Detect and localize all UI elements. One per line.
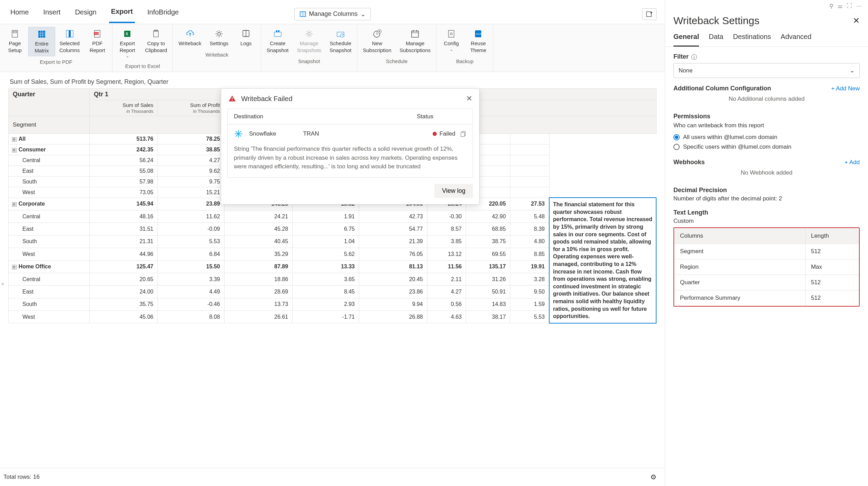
group-writeback-label: Writeback — [173, 50, 261, 60]
svg-point-26 — [308, 32, 310, 35]
more-icon[interactable]: ⋯ — [856, 3, 862, 9]
sp-tab-data[interactable]: Data — [709, 33, 723, 47]
permissions-label: Permissions — [673, 113, 860, 120]
add-new-link[interactable]: + Add New — [831, 85, 860, 92]
filter-icon[interactable]: ⚌ — [838, 3, 842, 9]
collapse-icon[interactable]: ⊟ — [12, 202, 17, 207]
gear-icon — [215, 29, 224, 38]
export-report-button[interactable]: XExport Report⌄ — [114, 27, 141, 60]
sp-tab-advanced[interactable]: Advanced — [781, 33, 811, 47]
page-setup-button[interactable]: Page Setup — [1, 27, 28, 56]
panel-plus-icon — [646, 11, 653, 18]
footer-settings-icon[interactable]: ⚙ — [650, 473, 661, 481]
add-panel-button[interactable] — [642, 8, 657, 20]
tab-home[interactable]: Home — [8, 6, 31, 22]
performance-summary-cell[interactable]: The financial statement for this quarter… — [549, 198, 656, 323]
writeback-settings-panel: ⚲ ⚌ ⛶ ⋯ Writeback Settings ✕ General Dat… — [665, 0, 868, 486]
col-status: Status — [411, 109, 473, 124]
selected-columns-button[interactable]: Selected Columns — [55, 27, 84, 56]
clipboard-icon — [151, 29, 160, 38]
book-icon — [241, 29, 250, 38]
close-icon[interactable]: ✕ — [853, 16, 860, 26]
svg-rect-3 — [647, 12, 651, 17]
manage-snapshots-button: Manage Snapshots — [293, 27, 325, 56]
copy-icon[interactable] — [460, 131, 466, 137]
perm-option-all[interactable]: All users within @lumel.com domain — [673, 132, 860, 142]
config-icon — [447, 29, 456, 38]
excel-icon: X — [123, 29, 132, 38]
collapse-icon[interactable]: ⊟ — [12, 137, 17, 142]
manage-subscriptions-button[interactable]: Manage Subscriptions — [395, 27, 435, 56]
pin-icon[interactable]: ⚲ — [829, 3, 834, 9]
new-subscription-button[interactable]: New Subscription — [359, 27, 396, 56]
header-segment[interactable]: Segment — [9, 116, 90, 133]
gear-icon — [305, 29, 314, 38]
tab-insert[interactable]: Insert — [41, 6, 62, 22]
svg-rect-8 — [38, 31, 45, 38]
reuse-theme-button[interactable]: JSONReuse Theme — [465, 27, 492, 56]
logs-button[interactable]: Logs — [233, 27, 259, 49]
calendar-icon — [411, 29, 420, 38]
tab-export[interactable]: Export — [109, 5, 135, 23]
drag-handle-icon[interactable]: ≡ — [1, 281, 4, 287]
wb-settings-button[interactable]: Settings — [206, 27, 233, 49]
tl-row[interactable]: Quarter512 — [674, 275, 859, 290]
total-rows-label: Total rows: 16 — [3, 474, 40, 480]
schedule-snapshot-button[interactable]: Schedule Snapshot — [325, 27, 355, 56]
info-icon[interactable]: i — [691, 54, 697, 60]
svg-rect-0 — [300, 12, 305, 17]
collapse-icon[interactable]: ⊟ — [12, 265, 17, 269]
chevron-down-icon: ⌄ — [450, 47, 453, 52]
close-icon[interactable]: ✕ — [466, 94, 472, 103]
tl-row[interactable]: RegionMax — [674, 259, 859, 275]
chevron-down-icon: ⌄ — [126, 53, 129, 58]
status-text: Failed — [440, 130, 455, 137]
text-length-table: Columns Length Segment512RegionMaxQuarte… — [673, 227, 860, 307]
svg-text:JSON: JSON — [476, 33, 482, 35]
expand-icon[interactable]: ⛶ — [847, 3, 852, 9]
main-tabbar: Home Insert Design Export InfoBridge Man… — [0, 0, 665, 24]
pdf-report-button[interactable]: PDFPDF Report — [84, 27, 111, 56]
columns-icon — [299, 11, 306, 18]
config-button[interactable]: Config⌄ — [438, 27, 465, 56]
clock-plus-icon — [373, 29, 382, 38]
popover-title: Writeback Failed — [241, 95, 293, 103]
entire-matrix-button[interactable]: Entire Matrix — [28, 27, 55, 56]
view-log-button[interactable]: View log — [434, 184, 473, 198]
svg-rect-14 — [69, 30, 71, 37]
create-snapshot-button[interactable]: Create Snapshot — [263, 27, 293, 56]
tl-row[interactable]: Segment512 — [674, 244, 859, 259]
writeback-button[interactable]: Writeback — [174, 27, 205, 49]
sp-tab-destinations[interactable]: Destinations — [733, 33, 771, 47]
tl-col-length: Length — [805, 228, 859, 244]
error-message: String 'The financial performance this q… — [228, 143, 473, 177]
decimal-precision-label: Decimal Precision — [673, 187, 860, 194]
ribbon: Page Setup Entire Matrix Selected Column… — [0, 24, 665, 72]
header-quarter[interactable]: Quarter — [9, 89, 90, 116]
manage-columns-button[interactable]: Manage Columns ⌄ — [294, 8, 371, 20]
warning-icon — [228, 95, 236, 103]
permissions-sub: Who can writeback from this report — [673, 122, 860, 129]
copy-clipboard-button[interactable]: Copy to Clipboard — [141, 27, 171, 60]
sel-cols-icon — [65, 29, 74, 38]
sp-tab-general[interactable]: General — [673, 33, 699, 47]
add-webhook-link[interactable]: + Add — [845, 159, 860, 166]
tab-design[interactable]: Design — [73, 6, 98, 22]
group-schedule-label: Schedule — [357, 57, 436, 67]
svg-rect-40 — [232, 100, 233, 101]
text-length-mode: Custom — [673, 218, 860, 225]
json-icon: JSON — [474, 29, 483, 38]
snowflake-icon — [234, 129, 243, 138]
filter-label: Filter — [673, 53, 689, 60]
radio-checked-icon — [673, 134, 680, 140]
tl-row[interactable]: Performance Summary512 — [674, 290, 859, 306]
perm-option-specific[interactable]: Specific users within @lumel.com domain — [673, 142, 860, 152]
header-q1[interactable]: Qtr 1 — [89, 89, 224, 100]
writeback-failed-popover: Writeback Failed ✕ Destination Status Sn… — [221, 88, 480, 205]
group-snapshot-label: Snapshot — [261, 57, 357, 67]
webhooks-label: Webhooks — [673, 159, 705, 166]
filter-select[interactable]: None ⌄ — [673, 63, 860, 78]
tab-infobridge[interactable]: InfoBridge — [145, 6, 181, 22]
collapse-icon[interactable]: ⊟ — [12, 148, 17, 152]
svg-rect-39 — [232, 98, 233, 99]
